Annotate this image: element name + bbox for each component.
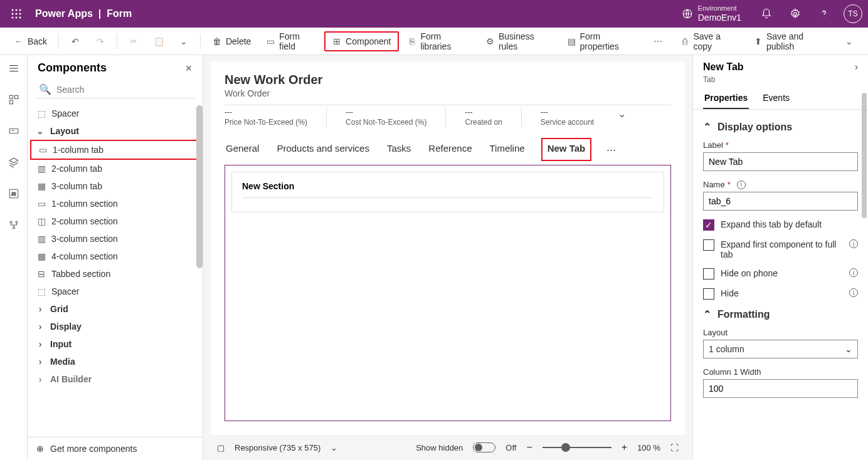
form-field-button[interactable]: ▭Form field: [260, 28, 322, 55]
help-button[interactable]: [812, 1, 837, 26]
header-field[interactable]: ---Price Not-To-Exceed (%): [225, 108, 307, 127]
fields-rail-button[interactable]: [3, 120, 24, 142]
header-field[interactable]: ---Created on: [465, 108, 502, 127]
tab-tasks[interactable]: Tasks: [386, 139, 412, 160]
tree-item-3-column-section[interactable]: ▥3-column section: [30, 230, 203, 248]
name-label: Name * i: [703, 180, 858, 189]
section-display-options[interactable]: ⌃Display options: [703, 121, 858, 133]
tab-overflow[interactable]: ⋯: [606, 144, 616, 155]
header-expand-button[interactable]: ⌄: [618, 108, 626, 120]
cut-button[interactable]: ✂: [122, 33, 145, 50]
scrollbar[interactable]: [196, 105, 203, 268]
tree-group-display[interactable]: ›Display: [30, 318, 203, 335]
props-tab-events[interactable]: Events: [761, 88, 791, 109]
fit-icon[interactable]: ⛶: [670, 443, 679, 452]
chevron-right-icon: ›: [35, 374, 45, 384]
form-libraries-button[interactable]: ⎘Form libraries: [401, 28, 477, 55]
svg-rect-14: [9, 128, 18, 133]
info-icon[interactable]: i: [849, 268, 858, 277]
info-icon[interactable]: i: [737, 180, 746, 189]
search-input[interactable]: [56, 85, 191, 95]
save-dropdown[interactable]: ⌄: [838, 33, 860, 50]
tree-item-1-column-section[interactable]: ▭1-column section: [30, 195, 203, 212]
label-input[interactable]: [703, 152, 858, 171]
layers-rail-button[interactable]: [3, 152, 24, 173]
save-copy-icon: ⎙: [680, 36, 690, 46]
app-launcher[interactable]: [3, 9, 30, 19]
globe-icon: [682, 8, 693, 19]
save-publish-button[interactable]: ⬆Save and publish: [747, 28, 835, 55]
user-avatar[interactable]: TS: [840, 1, 865, 26]
tree-item-2-column-section[interactable]: ◫2-column section: [30, 212, 203, 230]
tree-item-tabbed-section[interactable]: ⊟Tabbed section: [30, 265, 203, 283]
paste-button[interactable]: 📋: [147, 33, 170, 50]
tab-general[interactable]: General: [225, 139, 260, 160]
tree-item-spacer2[interactable]: ⬚Spacer: [30, 283, 203, 300]
tab-new-tab[interactable]: New Tab: [541, 138, 592, 161]
tree-item-3-column-tab[interactable]: ▦3-column tab: [30, 177, 203, 195]
name-input[interactable]: [703, 192, 858, 211]
environment-picker[interactable]: Environment DemoEnv1: [682, 4, 741, 23]
delete-button[interactable]: 🗑Delete: [206, 33, 257, 50]
layout-select[interactable]: 1 column⌄: [703, 340, 858, 358]
props-title: New Tab: [703, 61, 744, 73]
checkbox-hide-phone[interactable]: Hide on phonei: [703, 268, 858, 280]
components-search[interactable]: 🔍: [35, 81, 195, 98]
svg-point-6: [12, 17, 14, 19]
tab-timeline[interactable]: Timeline: [489, 139, 526, 160]
undo-button[interactable]: ↶: [64, 33, 87, 50]
form-properties-button[interactable]: ▤Form properties: [561, 28, 644, 55]
tree-group-media[interactable]: ›Media: [30, 353, 203, 370]
section-card[interactable]: New Section: [231, 172, 664, 212]
col1-input[interactable]: [703, 379, 858, 398]
svg-point-18: [16, 221, 18, 223]
tree-group-grid[interactable]: ›Grid: [30, 300, 203, 318]
section1-icon: ▭: [36, 199, 46, 209]
tree-item-spacer[interactable]: ⬚Spacer: [30, 105, 203, 122]
svg-point-5: [19, 13, 21, 15]
checkbox-expand-first[interactable]: Expand first component to full tabi: [703, 239, 858, 259]
component-button[interactable]: ⊞Component: [324, 31, 398, 51]
label-label: Label *: [703, 140, 858, 150]
checkbox-hide[interactable]: Hidei: [703, 288, 858, 300]
tab-products[interactable]: Products and services: [275, 139, 371, 160]
section-formatting[interactable]: ⌃Formatting: [703, 308, 858, 320]
business-rules-button[interactable]: ⚙Business rules: [479, 28, 558, 55]
tree-item-4-column-section[interactable]: ▦4-column section: [30, 248, 203, 265]
close-panel-button[interactable]: ✕: [185, 63, 193, 73]
redo-button[interactable]: ↷: [89, 33, 112, 50]
hamburger-button[interactable]: [3, 58, 24, 79]
checkbox-expand-default[interactable]: ✓Expand this tab by default: [703, 219, 858, 231]
overflow-button[interactable]: ⋯: [647, 33, 669, 50]
show-hidden-toggle[interactable]: [473, 442, 495, 452]
paste-dropdown[interactable]: ⌄: [172, 33, 195, 50]
tree-group-input[interactable]: ›Input: [30, 335, 203, 353]
expand-icon[interactable]: ›: [855, 61, 858, 73]
tree-group-ai-builder[interactable]: ›AI Builder: [30, 370, 203, 388]
tree-group-layout[interactable]: ⌄Layout: [30, 122, 203, 140]
info-icon[interactable]: i: [849, 288, 858, 297]
back-button[interactable]: ←Back: [8, 33, 53, 50]
js-rail-button[interactable]: JS: [3, 183, 24, 204]
settings-button[interactable]: [783, 1, 808, 26]
zoom-in-button[interactable]: +: [622, 442, 627, 453]
tree-item-2-column-tab[interactable]: ▥2-column tab: [30, 160, 203, 177]
responsive-label[interactable]: Responsive (735 x 575): [235, 443, 320, 452]
chevron-down-icon[interactable]: ⌄: [331, 443, 337, 452]
scrollbar[interactable]: [862, 93, 867, 218]
info-icon[interactable]: i: [849, 239, 858, 248]
rules-rail-button[interactable]: [3, 214, 24, 236]
props-tab-properties[interactable]: Properties: [703, 88, 749, 109]
tree-item-1-column-tab[interactable]: ▭1-column tab: [30, 140, 203, 160]
header-field[interactable]: ---Service account: [541, 108, 594, 127]
section4-icon: ▦: [36, 251, 46, 261]
zoom-slider[interactable]: [542, 447, 611, 448]
get-more-components[interactable]: ⊕Get more components: [28, 437, 203, 460]
tree-view-button[interactable]: [3, 89, 24, 110]
notifications-button[interactable]: [754, 1, 779, 26]
tab-reference[interactable]: Reference: [427, 139, 473, 160]
save-copy-button[interactable]: ⎙Save a copy: [674, 28, 745, 55]
header-field[interactable]: ---Cost Not-To-Exceed (%): [346, 108, 426, 127]
zoom-out-button[interactable]: −: [526, 442, 532, 453]
tab-canvas[interactable]: New Section: [225, 165, 671, 421]
